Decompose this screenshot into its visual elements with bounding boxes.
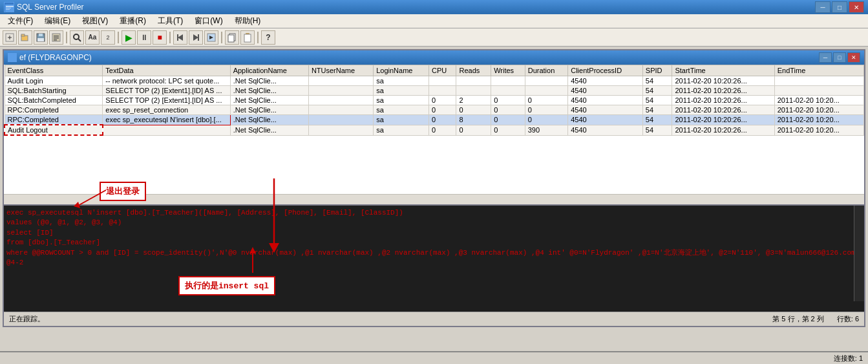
table-row[interactable]: RPC:Completedexec sp_reset_connection.Ne… (5, 105, 864, 115)
cell-applicationname: .Net SqlClie... (230, 105, 308, 115)
svg-marker-31 (74, 202, 80, 208)
menu-tools[interactable]: 工具(T) (153, 14, 188, 28)
cell-spid: 54 (642, 125, 672, 135)
cell-cpu: 0 (429, 115, 456, 125)
stop-button[interactable]: ■ (153, 30, 167, 45)
svg-rect-15 (54, 39, 57, 41)
detail-content: exec sp_executesql N'insert [dbo].[T_Tea… (6, 208, 862, 268)
cell-cpu: 0 (429, 96, 456, 105)
paste-button[interactable] (240, 30, 255, 45)
table-row[interactable]: SQL:BatchStartingSELECT TOP (2) [Extent1… (5, 86, 864, 96)
separator-2 (118, 32, 119, 43)
menu-help[interactable]: 帮助(H) (229, 14, 266, 28)
title-bar: SQL Server Profiler ─ □ ✕ (0, 0, 868, 14)
save-button[interactable] (34, 30, 48, 45)
run-to-button[interactable] (204, 30, 218, 45)
cell-reads (456, 86, 491, 96)
svg-rect-27 (244, 34, 251, 42)
svg-rect-1 (6, 6, 14, 7)
menu-edit[interactable]: 编辑(E) (39, 14, 76, 28)
cell-ntusername (308, 96, 373, 105)
svg-marker-20 (193, 34, 198, 41)
col-cpu: CPU (429, 65, 456, 76)
detail-vscroll[interactable] (854, 206, 864, 301)
cell-endtime: 2011-02-20 10:20... (774, 105, 863, 115)
step-fwd-button[interactable] (189, 30, 203, 45)
cell-starttime: 2011-02-20 10:20:26... (672, 125, 774, 135)
find-button[interactable] (70, 30, 84, 45)
play-button[interactable]: ▶ (122, 30, 136, 45)
restore-button[interactable]: □ (832, 1, 847, 13)
inner-restore-button[interactable]: □ (833, 52, 846, 63)
step-back-button[interactable] (173, 30, 187, 45)
cell-reads: 0 (456, 125, 491, 135)
table-body: Audit Login-- network protocol: LPC set … (5, 76, 864, 136)
cell-eventclass: RPC:Completed (5, 105, 103, 115)
num-button[interactable]: 2 (101, 30, 115, 45)
table-row[interactable]: RPC:Completedexec sp_executesql N'insert… (5, 115, 864, 125)
trace-table-scroll[interactable]: EventClass TextData ApplicationName NTUs… (4, 65, 864, 194)
table-row[interactable]: SQL:BatchCompletedSELECT TOP (2) [Extent… (5, 96, 864, 105)
cell-eventclass: RPC:Completed (5, 115, 103, 125)
menu-bar: 文件(F) 编辑(E) 视图(V) 重播(R) 工具(T) 窗口(W) 帮助(H… (0, 14, 868, 28)
svg-marker-33 (269, 243, 279, 253)
cell-writes (491, 76, 525, 86)
cell-textdata: exec sp_executesql N'insert [dbo].[... (103, 115, 230, 125)
menu-file[interactable]: 文件(F) (3, 14, 38, 28)
minimize-button[interactable]: ─ (815, 1, 831, 13)
cell-applicationname: .Net SqlClie... (230, 125, 308, 135)
table-row[interactable]: Audit Logout.Net SqlClie...sa00039045405… (5, 125, 864, 135)
separator-5 (257, 32, 259, 43)
status-position: 第 5 行，第 2 列 (772, 314, 823, 324)
svg-rect-25 (228, 35, 234, 42)
inner-minimize-button[interactable]: ─ (819, 52, 832, 63)
cell-loginname: sa (374, 86, 429, 96)
close-button[interactable]: ✕ (849, 1, 864, 13)
pause-button[interactable]: ⏸ (137, 30, 151, 45)
status-rows: 行数: 6 (837, 314, 859, 324)
svg-marker-29 (249, 247, 256, 253)
cell-cpu (429, 86, 456, 96)
logout-arrow (70, 177, 109, 209)
cell-eventclass: Audit Login (5, 76, 103, 86)
properties-button[interactable] (49, 30, 63, 45)
open-button[interactable] (18, 30, 32, 45)
svg-rect-2 (6, 8, 11, 8)
detail-area: exec sp_executesql N'insert [dbo].[T_Tea… (4, 204, 864, 312)
aa-button[interactable]: Aa (85, 30, 100, 45)
cell-writes: 0 (491, 96, 525, 105)
cell-duration: 0 (525, 115, 568, 125)
cell-textdata: -- network protocol: LPC set quote... (103, 76, 230, 86)
cell-eventclass: SQL:BatchCompleted (5, 96, 103, 105)
app-window: SQL Server Profiler ─ □ ✕ 文件(F) 编辑(E) 视图… (0, 0, 868, 364)
svg-rect-13 (54, 36, 59, 37)
cell-applicationname: .Net SqlClie... (230, 96, 308, 105)
inner-close-button[interactable]: ✕ (847, 52, 860, 63)
help-button[interactable]: ? (261, 30, 275, 45)
cell-cpu: 0 (429, 125, 456, 135)
menu-replay[interactable]: 重播(R) (114, 14, 151, 28)
cell-spid: 54 (642, 96, 672, 105)
menu-window[interactable]: 窗口(W) (189, 14, 228, 28)
separator-1 (66, 32, 67, 43)
cell-cpu: 0 (429, 105, 456, 115)
cell-textdata: SELECT TOP (2) [Extent1].[ID] AS ... (103, 96, 230, 105)
col-textdata: TextData (103, 65, 230, 76)
svg-point-16 (74, 34, 79, 39)
new-trace-button[interactable] (3, 30, 17, 45)
cell-starttime: 2011-02-20 10:20:26... (672, 96, 774, 105)
table-row[interactable]: Audit Login-- network protocol: LPC set … (5, 76, 864, 86)
cell-clientprocessid: 4540 (568, 115, 643, 125)
cell-applicationname: .Net SqlClie... (230, 76, 308, 86)
cell-duration: 390 (525, 125, 568, 135)
cell-spid: 54 (642, 86, 672, 96)
cell-duration (525, 86, 568, 96)
copy-button[interactable] (225, 30, 239, 45)
cell-ntusername (308, 76, 373, 86)
status-tracking: 正在跟踪。 (9, 314, 45, 324)
col-appname: ApplicationName (230, 65, 308, 76)
menu-view[interactable]: 视图(V) (77, 14, 113, 28)
cell-textdata: exec sp_reset_connection (103, 105, 230, 115)
app-icon (4, 2, 14, 12)
cell-textdata (103, 125, 230, 135)
